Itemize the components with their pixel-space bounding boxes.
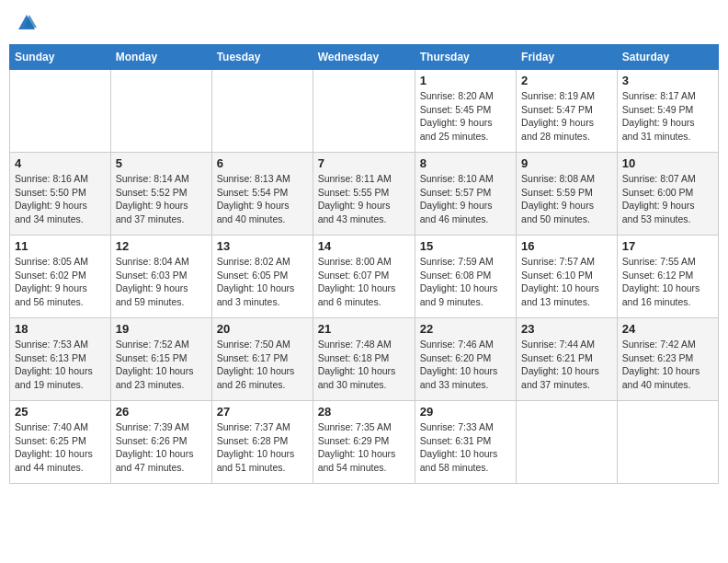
- calendar-cell: 23Sunrise: 7:44 AM Sunset: 6:21 PM Dayli…: [517, 318, 618, 401]
- cell-info: Sunrise: 7:42 AM Sunset: 6:23 PM Dayligh…: [622, 338, 713, 392]
- cell-info: Sunrise: 8:20 AM Sunset: 5:45 PM Dayligh…: [420, 89, 511, 144]
- cell-info: Sunrise: 7:57 AM Sunset: 6:10 PM Dayligh…: [521, 255, 612, 309]
- logo: [15, 13, 37, 33]
- calendar-cell: [110, 70, 211, 153]
- column-header-sunday: Sunday: [10, 45, 111, 70]
- cell-info: Sunrise: 8:14 AM Sunset: 5:52 PM Dayligh…: [116, 172, 207, 226]
- calendar-cell: 12Sunrise: 8:04 AM Sunset: 6:03 PM Dayli…: [110, 236, 211, 318]
- calendar-cell: 10Sunrise: 8:07 AM Sunset: 6:00 PM Dayli…: [617, 153, 718, 236]
- cell-info: Sunrise: 8:08 AM Sunset: 5:59 PM Dayligh…: [521, 172, 612, 226]
- cell-date: 23: [521, 322, 612, 336]
- calendar-cell: 1Sunrise: 8:20 AM Sunset: 5:45 PM Daylig…: [415, 70, 516, 153]
- calendar-cell: 14Sunrise: 8:00 AM Sunset: 6:07 PM Dayli…: [313, 236, 415, 318]
- calendar-cell: [517, 401, 618, 484]
- calendar-cell: 9Sunrise: 8:08 AM Sunset: 5:59 PM Daylig…: [517, 153, 618, 236]
- cell-date: 8: [420, 156, 511, 170]
- calendar-cell: 7Sunrise: 8:11 AM Sunset: 5:55 PM Daylig…: [313, 153, 415, 236]
- cell-date: 14: [318, 239, 410, 253]
- cell-info: Sunrise: 7:35 AM Sunset: 6:29 PM Dayligh…: [318, 420, 410, 475]
- cell-info: Sunrise: 8:07 AM Sunset: 6:00 PM Dayligh…: [622, 172, 713, 226]
- column-header-wednesday: Wednesday: [313, 45, 415, 70]
- cell-date: 18: [15, 322, 106, 336]
- calendar-cell: 25Sunrise: 7:40 AM Sunset: 6:25 PM Dayli…: [10, 401, 111, 484]
- cell-date: 26: [116, 405, 207, 419]
- cell-date: 19: [116, 322, 207, 336]
- calendar-cell: [211, 70, 313, 153]
- cell-date: 29: [420, 405, 511, 419]
- calendar-table: SundayMondayTuesdayWednesdayThursdayFrid…: [9, 44, 719, 484]
- cell-date: 5: [116, 156, 207, 170]
- calendar-week-1: 1Sunrise: 8:20 AM Sunset: 5:45 PM Daylig…: [10, 70, 719, 153]
- cell-info: Sunrise: 7:55 AM Sunset: 6:12 PM Dayligh…: [622, 255, 713, 309]
- calendar-cell: 19Sunrise: 7:52 AM Sunset: 6:15 PM Dayli…: [110, 318, 211, 401]
- calendar-cell: 11Sunrise: 8:05 AM Sunset: 6:02 PM Dayli…: [10, 236, 111, 318]
- cell-info: Sunrise: 7:39 AM Sunset: 6:26 PM Dayligh…: [116, 420, 207, 475]
- cell-info: Sunrise: 8:19 AM Sunset: 5:47 PM Dayligh…: [521, 89, 612, 144]
- cell-date: 28: [318, 405, 410, 419]
- column-header-friday: Friday: [517, 45, 618, 70]
- cell-date: 13: [217, 239, 308, 253]
- cell-info: Sunrise: 8:02 AM Sunset: 6:05 PM Dayligh…: [217, 255, 308, 309]
- cell-info: Sunrise: 8:10 AM Sunset: 5:57 PM Dayligh…: [420, 172, 511, 226]
- cell-date: 1: [420, 74, 511, 87]
- cell-info: Sunrise: 7:50 AM Sunset: 6:17 PM Dayligh…: [217, 338, 308, 392]
- cell-info: Sunrise: 7:44 AM Sunset: 6:21 PM Dayligh…: [521, 338, 612, 392]
- cell-date: 21: [318, 322, 410, 336]
- cell-date: 3: [622, 74, 713, 87]
- cell-info: Sunrise: 7:53 AM Sunset: 6:13 PM Dayligh…: [15, 338, 106, 392]
- cell-info: Sunrise: 7:33 AM Sunset: 6:31 PM Dayligh…: [420, 420, 511, 475]
- calendar-cell: 5Sunrise: 8:14 AM Sunset: 5:52 PM Daylig…: [110, 153, 211, 236]
- cell-info: Sunrise: 8:16 AM Sunset: 5:50 PM Dayligh…: [15, 172, 106, 226]
- cell-date: 24: [622, 322, 713, 336]
- logo-icon: [17, 13, 37, 33]
- cell-info: Sunrise: 7:37 AM Sunset: 6:28 PM Dayligh…: [217, 420, 308, 475]
- cell-date: 10: [622, 156, 713, 170]
- calendar-cell: 28Sunrise: 7:35 AM Sunset: 6:29 PM Dayli…: [313, 401, 415, 484]
- calendar-cell: [10, 70, 111, 153]
- calendar-cell: 16Sunrise: 7:57 AM Sunset: 6:10 PM Dayli…: [517, 236, 618, 318]
- calendar-week-5: 25Sunrise: 7:40 AM Sunset: 6:25 PM Dayli…: [10, 401, 719, 484]
- calendar-cell: [313, 70, 415, 153]
- calendar-cell: 8Sunrise: 8:10 AM Sunset: 5:57 PM Daylig…: [415, 153, 516, 236]
- cell-info: Sunrise: 7:59 AM Sunset: 6:08 PM Dayligh…: [420, 255, 511, 309]
- calendar-cell: 3Sunrise: 8:17 AM Sunset: 5:49 PM Daylig…: [617, 70, 718, 153]
- cell-date: 11: [15, 239, 106, 253]
- calendar-cell: 24Sunrise: 7:42 AM Sunset: 6:23 PM Dayli…: [617, 318, 718, 401]
- cell-date: 22: [420, 322, 511, 336]
- cell-info: Sunrise: 7:40 AM Sunset: 6:25 PM Dayligh…: [15, 420, 106, 475]
- cell-info: Sunrise: 8:11 AM Sunset: 5:55 PM Dayligh…: [318, 172, 410, 226]
- calendar-cell: 27Sunrise: 7:37 AM Sunset: 6:28 PM Dayli…: [211, 401, 313, 484]
- cell-date: 15: [420, 239, 511, 253]
- cell-date: 7: [318, 156, 410, 170]
- column-header-thursday: Thursday: [415, 45, 516, 70]
- cell-date: 16: [521, 239, 612, 253]
- cell-date: 25: [15, 405, 106, 419]
- cell-info: Sunrise: 8:17 AM Sunset: 5:49 PM Dayligh…: [622, 89, 713, 144]
- calendar-week-3: 11Sunrise: 8:05 AM Sunset: 6:02 PM Dayli…: [10, 236, 719, 318]
- calendar-cell: 4Sunrise: 8:16 AM Sunset: 5:50 PM Daylig…: [10, 153, 111, 236]
- calendar-week-2: 4Sunrise: 8:16 AM Sunset: 5:50 PM Daylig…: [10, 153, 719, 236]
- cell-date: 27: [217, 405, 308, 419]
- page-header: [9, 9, 719, 37]
- calendar-cell: 17Sunrise: 7:55 AM Sunset: 6:12 PM Dayli…: [617, 236, 718, 318]
- calendar-cell: 13Sunrise: 8:02 AM Sunset: 6:05 PM Dayli…: [211, 236, 313, 318]
- calendar-cell: [617, 401, 718, 484]
- cell-info: Sunrise: 8:04 AM Sunset: 6:03 PM Dayligh…: [116, 255, 207, 309]
- cell-date: 2: [521, 74, 612, 87]
- cell-date: 20: [217, 322, 308, 336]
- cell-info: Sunrise: 7:52 AM Sunset: 6:15 PM Dayligh…: [116, 338, 207, 392]
- cell-info: Sunrise: 8:05 AM Sunset: 6:02 PM Dayligh…: [15, 255, 106, 309]
- calendar-cell: 2Sunrise: 8:19 AM Sunset: 5:47 PM Daylig…: [517, 70, 618, 153]
- calendar-cell: 22Sunrise: 7:46 AM Sunset: 6:20 PM Dayli…: [415, 318, 516, 401]
- cell-info: Sunrise: 8:00 AM Sunset: 6:07 PM Dayligh…: [318, 255, 410, 309]
- calendar-cell: 21Sunrise: 7:48 AM Sunset: 6:18 PM Dayli…: [313, 318, 415, 401]
- calendar-week-4: 18Sunrise: 7:53 AM Sunset: 6:13 PM Dayli…: [10, 318, 719, 401]
- cell-date: 4: [15, 156, 106, 170]
- cell-info: Sunrise: 7:48 AM Sunset: 6:18 PM Dayligh…: [318, 338, 410, 392]
- cell-date: 12: [116, 239, 207, 253]
- calendar-cell: 29Sunrise: 7:33 AM Sunset: 6:31 PM Dayli…: [415, 401, 516, 484]
- cell-info: Sunrise: 7:46 AM Sunset: 6:20 PM Dayligh…: [420, 338, 511, 392]
- calendar-cell: 18Sunrise: 7:53 AM Sunset: 6:13 PM Dayli…: [10, 318, 111, 401]
- calendar-cell: 6Sunrise: 8:13 AM Sunset: 5:54 PM Daylig…: [211, 153, 313, 236]
- calendar-header-row: SundayMondayTuesdayWednesdayThursdayFrid…: [10, 45, 719, 70]
